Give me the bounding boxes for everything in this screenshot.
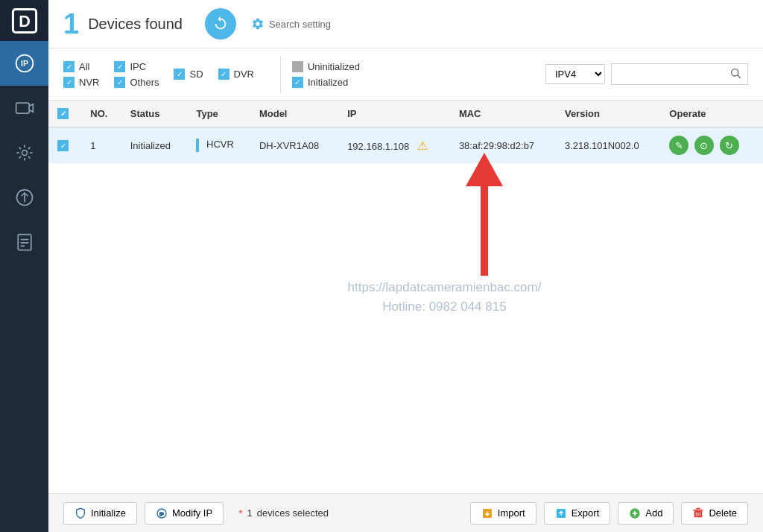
refresh-device-button[interactable]: ↻ bbox=[720, 136, 739, 155]
col-checkbox: ✓ bbox=[48, 101, 81, 127]
filter-init-group: Uninitialized ✓ Initialized bbox=[292, 61, 360, 88]
row-mac: 38:af:29:98:d2:b7 bbox=[450, 127, 556, 163]
svg-text:D: D bbox=[19, 12, 31, 31]
filter-search-area: IPV4 IPV6 bbox=[545, 63, 748, 85]
filter-all[interactable]: ✓ All bbox=[63, 61, 99, 72]
table-header-row: ✓ NO. Status Type Model IP MAC Version O… bbox=[48, 101, 763, 127]
row-checkbox[interactable]: ✓ bbox=[48, 127, 81, 163]
col-status: Status bbox=[121, 101, 188, 127]
devices-found-label: Devices found bbox=[88, 16, 183, 33]
filter-nvr-label: NVR bbox=[79, 77, 99, 88]
col-version: Version bbox=[556, 101, 660, 127]
sidebar-item-tools[interactable] bbox=[0, 130, 48, 175]
edit-button[interactable]: ✎ bbox=[669, 136, 688, 155]
checkbox-uninitialized[interactable] bbox=[292, 61, 303, 72]
sidebar-item-upload[interactable] bbox=[0, 175, 48, 220]
svg-point-5 bbox=[22, 151, 27, 156]
svg-rect-27 bbox=[694, 509, 703, 510]
sidebar: D IP bbox=[0, 0, 48, 532]
device-count: 1 bbox=[63, 10, 79, 38]
app-logo: D bbox=[0, 0, 48, 41]
red-arrow-indicator bbox=[455, 149, 514, 283]
svg-line-13 bbox=[738, 75, 741, 78]
checkbox-others[interactable]: ✓ bbox=[114, 77, 125, 88]
devices-selected-label: devices selected bbox=[257, 507, 329, 519]
search-box bbox=[611, 63, 748, 85]
export-button[interactable]: Export bbox=[544, 502, 611, 525]
filter-bar: ✓ All ✓ NVR ✓ IPC ✓ Others ✓ SD bbox=[48, 48, 763, 101]
device-table: ✓ NO. Status Type Model IP MAC Version O… bbox=[48, 101, 763, 163]
col-operate: Operate bbox=[660, 101, 763, 127]
filter-dvr[interactable]: ✓ DVR bbox=[218, 69, 254, 80]
col-model: Model bbox=[250, 101, 338, 127]
filter-nvr[interactable]: ✓ NVR bbox=[63, 77, 99, 88]
checkbox-ipc[interactable]: ✓ bbox=[114, 61, 125, 72]
row-select-checkbox[interactable]: ✓ bbox=[57, 140, 69, 151]
filter-divider bbox=[280, 56, 281, 93]
device-table-container: ✓ NO. Status Type Model IP MAC Version O… bbox=[48, 101, 763, 493]
filter-initialized[interactable]: ✓ Initialized bbox=[292, 77, 360, 88]
row-no: 1 bbox=[81, 127, 121, 163]
filter-dvr-label: DVR bbox=[234, 69, 254, 80]
copy-button[interactable]: ⊙ bbox=[694, 136, 714, 155]
main-content: 1 Devices found Search setting ✓ All ✓ N… bbox=[48, 0, 763, 532]
import-button[interactable]: Import bbox=[470, 502, 536, 525]
filter-uninitialized[interactable]: Uninitialized bbox=[292, 61, 360, 72]
col-mac: MAC bbox=[450, 101, 556, 127]
select-all-checkbox[interactable]: ✓ bbox=[57, 108, 69, 119]
sidebar-item-camera[interactable] bbox=[0, 86, 48, 130]
filter-sd[interactable]: ✓ SD bbox=[174, 69, 203, 80]
filter-sd-label: SD bbox=[189, 69, 203, 80]
filter-col-2: ✓ IPC ✓ Others bbox=[114, 61, 159, 88]
initialize-button[interactable]: Initialize bbox=[63, 502, 137, 525]
checkbox-sd[interactable]: ✓ bbox=[174, 69, 185, 80]
filter-col-1: ✓ All ✓ NVR bbox=[63, 61, 99, 88]
watermark: https://lapdatcameramienbac.com/ Hotline… bbox=[348, 280, 542, 314]
checkbox-nvr[interactable]: ✓ bbox=[63, 77, 75, 88]
search-setting-button[interactable]: Search setting bbox=[251, 17, 331, 31]
search-setting-label: Search setting bbox=[269, 19, 331, 30]
row-version: 3.218.101N002.0 bbox=[556, 127, 660, 163]
watermark-url: https://lapdatcameramienbac.com/ bbox=[348, 280, 542, 295]
checkbox-all[interactable]: ✓ bbox=[63, 61, 75, 72]
search-input[interactable] bbox=[612, 66, 724, 83]
warning-icon: ⚠ bbox=[417, 139, 428, 152]
row-operate: ✎ ⊙ ↻ bbox=[660, 127, 763, 163]
checkbox-dvr[interactable]: ✓ bbox=[218, 69, 229, 80]
footer-actions: Import Export Add bbox=[470, 502, 748, 525]
checkbox-initialized[interactable]: ✓ bbox=[292, 77, 303, 88]
row-model: DH-XVR1A08 bbox=[250, 127, 338, 163]
filter-others-label: Others bbox=[130, 77, 159, 88]
filter-all-label: All bbox=[79, 61, 89, 72]
filter-col-3: ✓ SD bbox=[174, 69, 203, 80]
modify-ip-button[interactable]: IP Modify IP bbox=[145, 502, 224, 525]
footer: Initialize IP Modify IP * 1 devices sele… bbox=[48, 493, 763, 532]
ipv4-select[interactable]: IPV4 IPV6 bbox=[545, 64, 605, 84]
type-bar bbox=[196, 139, 199, 152]
row-type: HCVR bbox=[187, 127, 250, 163]
svg-rect-4 bbox=[16, 103, 29, 113]
selected-count: 1 bbox=[247, 507, 253, 519]
add-button[interactable]: Add bbox=[618, 502, 674, 525]
watermark-hotline: Hotline: 0982 044 815 bbox=[348, 300, 542, 314]
row-ip: 192.168.1.108 ⚠ bbox=[338, 127, 450, 163]
filter-uninitialized-label: Uninitialized bbox=[308, 61, 360, 72]
svg-point-12 bbox=[732, 69, 738, 76]
filter-col-4: ✓ DVR bbox=[218, 69, 254, 80]
col-type: Type bbox=[187, 101, 250, 127]
footer-status: * 1 devices selected bbox=[238, 507, 329, 519]
row-status: Initialized bbox=[121, 127, 188, 163]
status-star: * bbox=[238, 507, 242, 519]
filter-ipc-label: IPC bbox=[130, 61, 146, 72]
table-row[interactable]: ✓ 1 Initialized HCVR DH-XVR1A08 192.168.… bbox=[48, 127, 763, 163]
filter-initialized-label: Initialized bbox=[308, 77, 348, 88]
delete-button[interactable]: Delete bbox=[681, 502, 748, 525]
sidebar-item-docs[interactable] bbox=[0, 220, 48, 265]
search-icon-button[interactable] bbox=[724, 64, 747, 84]
filter-others[interactable]: ✓ Others bbox=[114, 77, 159, 88]
filter-ipc[interactable]: ✓ IPC bbox=[114, 61, 159, 72]
sidebar-item-ip-config[interactable]: IP bbox=[0, 41, 48, 86]
header: 1 Devices found Search setting bbox=[48, 0, 763, 48]
col-ip: IP bbox=[338, 101, 450, 127]
refresh-button[interactable] bbox=[205, 8, 236, 39]
